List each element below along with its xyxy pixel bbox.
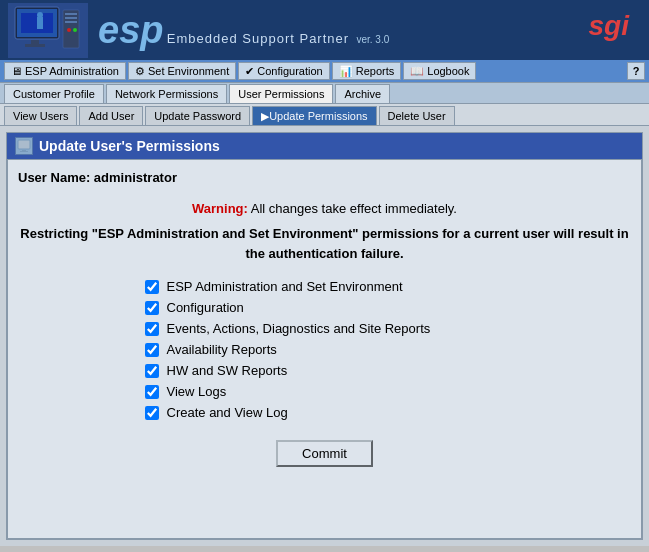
warning-container: Warning: All changes take effect immedia… — [192, 201, 457, 216]
arrow-icon: ▶ — [261, 110, 269, 123]
nav1-esp-administration[interactable]: 🖥 ESP Administration — [4, 62, 126, 80]
perm-checkbox-3[interactable] — [145, 343, 159, 357]
svg-point-12 — [73, 28, 77, 32]
nav3-update-permissions-label: Update Permissions — [269, 110, 367, 122]
panel-title-bar: Update User's Permissions — [7, 133, 642, 159]
logo-area: esp Embedded Support Partner ver. 3.0 — [0, 3, 389, 58]
commit-area: Commit — [18, 440, 631, 467]
nav1-set-env-label: Set Environment — [148, 65, 229, 77]
perm-checkbox-2[interactable] — [145, 322, 159, 336]
nav3-view-users-label: View Users — [13, 110, 68, 122]
check-icon: ✔ — [245, 65, 254, 78]
nav3-view-users[interactable]: View Users — [4, 106, 77, 125]
permissions-list: ESP Administration and Set Environment C… — [145, 279, 505, 420]
help-button[interactable]: ? — [627, 62, 645, 80]
perm-label-6: Create and View Log — [167, 405, 288, 420]
perm-label-4: HW and SW Reports — [167, 363, 288, 378]
nav-bar-2: Customer Profile Network Permissions Use… — [0, 82, 649, 104]
nav2-customer-profile[interactable]: Customer Profile — [4, 84, 104, 103]
perm-item-4: HW and SW Reports — [145, 363, 505, 378]
nav2-user-label: User Permissions — [238, 88, 324, 100]
nav1-configuration[interactable]: ✔ Configuration — [238, 62, 329, 80]
perm-label-5: View Logs — [167, 384, 227, 399]
esp-subtitle: Embedded Support Partner — [167, 31, 349, 46]
username-line: User Name: administrator — [18, 170, 631, 185]
svg-point-11 — [67, 28, 71, 32]
chart-icon: 📊 — [339, 65, 353, 78]
warning-label: Warning: — [192, 201, 248, 216]
book-icon: 📖 — [410, 65, 424, 78]
svg-rect-15 — [20, 151, 28, 152]
svg-rect-10 — [65, 21, 77, 23]
svg-rect-5 — [37, 17, 43, 29]
perm-checkbox-4[interactable] — [145, 364, 159, 378]
perm-item-6: Create and View Log — [145, 405, 505, 420]
nav2-network-permissions[interactable]: Network Permissions — [106, 84, 227, 103]
nav2-customer-label: Customer Profile — [13, 88, 95, 100]
monitor-small-icon: 🖥 — [11, 65, 22, 77]
svg-rect-4 — [25, 44, 45, 47]
main-content: Update User's Permissions User Name: adm… — [0, 126, 649, 546]
nav3-delete-user[interactable]: Delete User — [379, 106, 455, 125]
nav3-update-password[interactable]: Update Password — [145, 106, 250, 125]
nav3-add-user-label: Add User — [88, 110, 134, 122]
commit-button[interactable]: Commit — [276, 440, 373, 467]
perm-label-2: Events, Actions, Diagnostics and Site Re… — [167, 321, 431, 336]
header: esp Embedded Support Partner ver. 3.0 sg… — [0, 0, 649, 60]
content-panel: Update User's Permissions User Name: adm… — [6, 132, 643, 540]
perm-item-2: Events, Actions, Diagnostics and Site Re… — [145, 321, 505, 336]
nav2-archive-label: Archive — [344, 88, 381, 100]
nav3-update-password-label: Update Password — [154, 110, 241, 122]
svg-rect-13 — [18, 140, 30, 149]
esp-logo-text: esp — [98, 9, 163, 51]
warning-text: All changes take effect immediately. — [248, 201, 457, 216]
perm-label-3: Availability Reports — [167, 342, 277, 357]
perm-checkbox-6[interactable] — [145, 406, 159, 420]
nav2-archive[interactable]: Archive — [335, 84, 390, 103]
nav1-reports[interactable]: 📊 Reports — [332, 62, 402, 80]
perm-item-5: View Logs — [145, 384, 505, 399]
nav2-user-permissions[interactable]: User Permissions — [229, 84, 333, 103]
warning-section: Warning: All changes take effect immedia… — [18, 201, 631, 263]
nav1-set-environment[interactable]: ⚙ Set Environment — [128, 62, 236, 80]
perm-label-1: Configuration — [167, 300, 244, 315]
perm-item-0: ESP Administration and Set Environment — [145, 279, 505, 294]
nav1-config-label: Configuration — [257, 65, 322, 77]
nav-bar-3: View Users Add User Update Password ▶ Up… — [0, 104, 649, 126]
monitor-icon — [8, 3, 88, 58]
nav3-update-permissions[interactable]: ▶ Update Permissions — [252, 106, 376, 125]
panel-icon — [15, 137, 33, 155]
perm-label-0: ESP Administration and Set Environment — [167, 279, 403, 294]
content-body: User Name: administrator Warning: All ch… — [7, 159, 642, 539]
sgi-logo: sgi — [589, 10, 629, 42]
nav1-esp-label: ESP Administration — [25, 65, 119, 77]
nav3-add-user[interactable]: Add User — [79, 106, 143, 125]
perm-checkbox-5[interactable] — [145, 385, 159, 399]
nav-bar-1: 🖥 ESP Administration ⚙ Set Environment ✔… — [0, 60, 649, 82]
nav1-logbook-label: Logbook — [427, 65, 469, 77]
esp-version: ver. 3.0 — [356, 34, 389, 45]
nav2-network-label: Network Permissions — [115, 88, 218, 100]
perm-item-3: Availability Reports — [145, 342, 505, 357]
nav1-logbook[interactable]: 📖 Logbook — [403, 62, 476, 80]
svg-point-6 — [37, 12, 43, 18]
nav1-reports-label: Reports — [356, 65, 395, 77]
nav3-delete-user-label: Delete User — [388, 110, 446, 122]
perm-checkbox-1[interactable] — [145, 301, 159, 315]
gear-icon: ⚙ — [135, 65, 145, 78]
perm-checkbox-0[interactable] — [145, 280, 159, 294]
svg-rect-9 — [65, 17, 77, 19]
restriction-text: Restricting "ESP Administration and Set … — [18, 224, 631, 263]
esp-branding: esp Embedded Support Partner ver. 3.0 — [98, 9, 389, 52]
page-title: Update User's Permissions — [39, 138, 220, 154]
perm-item-1: Configuration — [145, 300, 505, 315]
svg-rect-8 — [65, 13, 77, 15]
